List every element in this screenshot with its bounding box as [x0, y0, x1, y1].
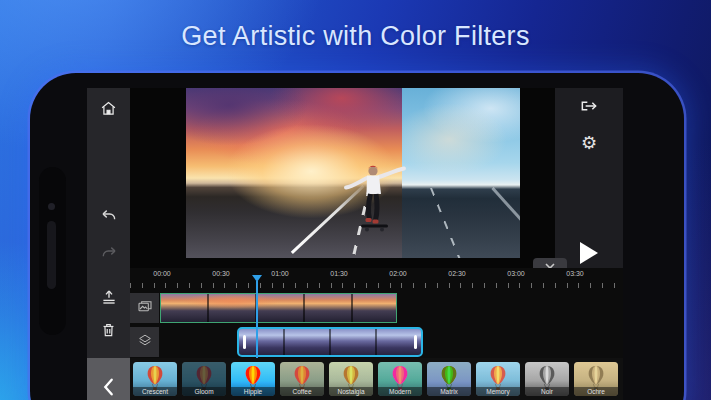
filter-name: Coffee	[280, 387, 324, 396]
timeline-ruler-ticks[interactable]	[130, 283, 623, 288]
layers-icon	[137, 333, 153, 352]
back-chevron-icon	[101, 377, 116, 400]
filter-item-coffee[interactable]: Coffee	[280, 362, 324, 396]
filter-name: Gloom	[182, 387, 226, 396]
video-track-header[interactable]	[130, 293, 159, 323]
filter-item-gloom[interactable]: Gloom	[182, 362, 226, 396]
settings-gear-icon: ⚙	[581, 132, 597, 154]
filter-name: Crescent	[133, 387, 177, 396]
media-icon	[137, 299, 153, 317]
ruler-label: 01:00	[271, 270, 289, 277]
left-toolbar	[87, 88, 130, 358]
timeline[interactable]: 00:00 00:30 01:00 01:30 02:00 02:30 03:0…	[130, 268, 623, 400]
filter-name: Ochre	[574, 387, 618, 396]
undo-icon	[100, 208, 118, 223]
filter-item-modern[interactable]: Modern	[378, 362, 422, 396]
ruler-label: 00:00	[153, 270, 171, 277]
preview-image	[186, 88, 520, 258]
ruler-label: 03:00	[507, 270, 525, 277]
filter-item-crescent[interactable]: Crescent	[133, 362, 177, 396]
effect-track-header[interactable]	[130, 327, 159, 357]
filter-name: Matrix	[427, 387, 471, 396]
export-button[interactable]	[555, 91, 623, 125]
ruler-label: 03:30	[566, 270, 584, 277]
filter-item-ochre[interactable]: Ochre	[574, 362, 618, 396]
original-side-cool	[402, 88, 520, 258]
play-icon	[580, 242, 598, 264]
home-icon	[100, 100, 117, 117]
skateboarder-figure	[343, 162, 407, 236]
home-button[interactable]	[87, 91, 130, 125]
filter-name: Nostalgia	[329, 387, 373, 396]
upload-icon	[100, 288, 118, 306]
export-icon	[579, 98, 599, 118]
filter-item-matrix[interactable]: Matrix	[427, 362, 471, 396]
ruler-label: 00:30	[212, 270, 230, 277]
camera-dot	[48, 203, 55, 210]
filter-name: Hippie	[231, 387, 275, 396]
playhead[interactable]	[256, 281, 258, 358]
filter-item-hippie[interactable]: Hippie	[231, 362, 275, 396]
app-screen: ⚙ 00:00 00:30 01:00 01:30 02:00 02:30 03…	[87, 88, 623, 400]
phone-frame: ⚙ 00:00 00:30 01:00 01:30 02:00 02:30 03…	[30, 73, 684, 400]
filter-item-memory[interactable]: Memory	[476, 362, 520, 396]
filter-name: Memory	[476, 387, 520, 396]
video-clip[interactable]	[160, 293, 397, 323]
filter-name: Noir	[525, 387, 569, 396]
filter-name: Modern	[378, 387, 422, 396]
filter-clip-selected[interactable]	[237, 327, 423, 357]
right-toolbar: ⚙	[555, 88, 623, 270]
trash-button[interactable]	[87, 313, 130, 347]
ruler-label: 02:30	[448, 270, 466, 277]
banner-title: Get Artistic with Color Filters	[0, 21, 711, 52]
speaker-pill	[47, 221, 56, 289]
trash-icon	[100, 321, 117, 339]
ruler-label: 02:00	[389, 270, 407, 277]
undo-button[interactable]	[87, 198, 130, 232]
video-preview-area	[130, 88, 555, 268]
redo-icon	[100, 245, 118, 260]
filter-item-noir[interactable]: Noir	[525, 362, 569, 396]
filter-preset-strip: Crescent Gloom Hippie Coffee	[130, 358, 623, 400]
filter-item-nostalgia[interactable]: Nostalgia	[329, 362, 373, 396]
redo-button[interactable]	[87, 235, 130, 269]
upload-button[interactable]	[87, 280, 130, 314]
ruler-label: 01:30	[330, 270, 348, 277]
settings-button[interactable]: ⚙	[555, 126, 623, 160]
collapse-panel-button[interactable]	[87, 358, 130, 400]
